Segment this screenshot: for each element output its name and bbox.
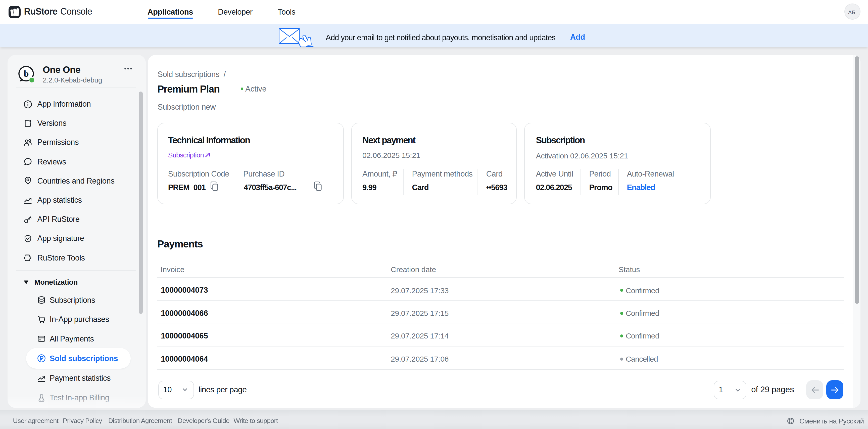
- svg-text:b: b: [23, 69, 28, 79]
